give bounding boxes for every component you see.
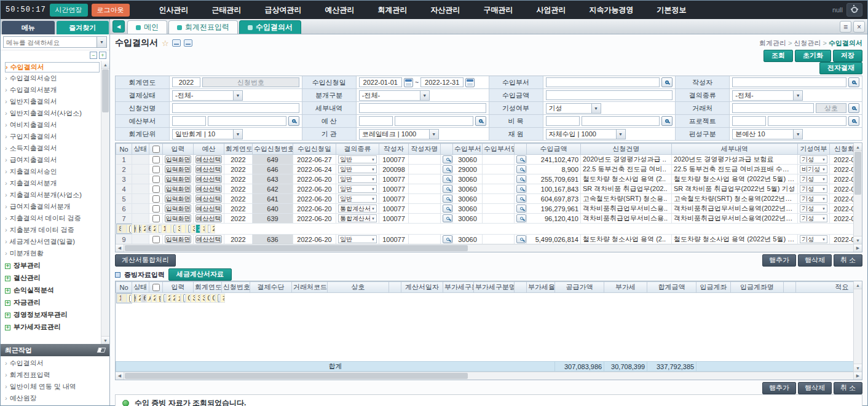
window-menu-button[interactable] — [840, 21, 851, 33]
budget-dept-search-button[interactable] — [288, 116, 299, 126]
input-screen-button[interactable]: 입력화면 — [165, 165, 191, 173]
expense-item-search-button[interactable] — [661, 116, 673, 126]
date-from-input[interactable] — [359, 77, 402, 87]
top-menu-item[interactable]: 근태관리 — [212, 5, 242, 15]
scroll-down-icon[interactable] — [854, 364, 862, 372]
row-checkbox[interactable] — [152, 176, 160, 183]
window-close-button[interactable] — [853, 21, 865, 33]
input-screen-button[interactable]: 입력화면 — [134, 294, 135, 302]
breadcrumb-item[interactable]: 회계관리 — [759, 39, 786, 47]
date-to-input[interactable] — [420, 77, 464, 87]
org-select[interactable]: 코레일테크 | 1000 — [359, 129, 439, 139]
writer-search-button[interactable] — [443, 195, 452, 203]
input-screen-button[interactable]: 입력화면 — [165, 235, 191, 243]
fund-select[interactable]: 자체수입 | 1000 — [546, 129, 626, 139]
scroll-thumb[interactable] — [125, 373, 468, 379]
delete-row-button[interactable]: 행삭제 — [798, 254, 832, 267]
project-name-input[interactable] — [768, 116, 846, 126]
sidebar-menu-item[interactable]: 지출결의서분개 — [5, 178, 100, 189]
input-screen-button[interactable]: 입력화면 — [134, 225, 135, 233]
scroll-down-icon[interactable] — [854, 236, 862, 244]
sidebar-menu-group[interactable]: 결산관리 — [5, 271, 100, 284]
expense-item-code-input[interactable] — [546, 116, 580, 126]
writer-search-button[interactable] — [443, 175, 452, 183]
scroll-right-icon[interactable] — [853, 244, 862, 252]
input-screen-button[interactable]: 입력화면 — [165, 175, 191, 183]
writer-search-button[interactable] — [443, 165, 452, 173]
sidebar-tab-favorites[interactable]: 즐겨찾기 — [57, 21, 109, 34]
sidebar-menu-item[interactable]: 수입결의서분개 — [5, 84, 100, 96]
row-checkbox[interactable] — [152, 195, 160, 203]
sidebar-menu-group[interactable]: 장부관리 — [5, 259, 100, 271]
fiscal-year-input[interactable] — [172, 77, 200, 87]
completion-select[interactable]: 기성 — [800, 205, 827, 213]
completion-select[interactable]: 기성 — [800, 214, 827, 222]
select-all-checkbox[interactable] — [152, 284, 160, 291]
top-menu-item[interactable]: 예산관리 — [325, 5, 355, 15]
sidebar-menu-item[interactable]: 급여지출결의서 — [5, 154, 100, 166]
scroll-down-icon[interactable] — [101, 336, 109, 344]
row-checkbox[interactable] — [152, 166, 160, 173]
row-checkbox[interactable] — [152, 156, 160, 163]
writer-search-button[interactable] — [443, 205, 452, 213]
sidebar-tab-menu[interactable]: 메뉴 — [2, 21, 55, 34]
budget-search-button[interactable] — [475, 116, 486, 126]
decision-type-select[interactable]: 일반 — [338, 185, 377, 193]
sidebar-menu-item[interactable]: 여비지출결의서 — [5, 119, 100, 131]
sidebar-menu-item[interactable]: 지출결의서분개(사업소) — [5, 189, 100, 201]
income-amount-input[interactable] — [546, 90, 673, 100]
completion-select[interactable]: 기성 — [800, 175, 827, 183]
row-checkbox[interactable] — [152, 185, 160, 193]
sidebar-menu-item[interactable]: 일반지출결의서 — [5, 96, 100, 107]
recent-work-item[interactable]: 회계전표입력 — [5, 369, 109, 381]
sidebar-menu-item[interactable]: 지출결의서 데이터 검증 — [5, 213, 100, 224]
recent-work-item[interactable]: 예산원장 — [5, 392, 109, 404]
writer-input[interactable] — [732, 77, 846, 87]
top-menu-item[interactable]: 기본정보 — [657, 5, 687, 15]
dept-search-button[interactable] — [516, 235, 526, 243]
logout-button[interactable]: 로그아웃 — [92, 4, 130, 17]
completion-select[interactable]: 기성 — [800, 195, 827, 203]
sidebar-menu-group[interactable]: 경영정보재무관리 — [5, 308, 100, 321]
electronic-approval-button[interactable]: 전자결재 — [819, 62, 862, 74]
top-menu-item[interactable]: 인사관리 — [159, 5, 189, 15]
top-menu-item[interactable]: 사업관리 — [537, 5, 566, 15]
collapse-all-icon[interactable]: − — [90, 52, 97, 59]
row-checkbox[interactable] — [152, 215, 160, 222]
budget-code-input[interactable] — [359, 116, 393, 126]
sidebar-menu-item[interactable]: 소득지출결의서 — [5, 142, 100, 154]
expand-all-icon[interactable]: + — [99, 52, 106, 59]
request-title-input[interactable] — [172, 103, 299, 113]
income-grid-row[interactable]: 1 입력화면 예산선택 2022 649 2022-06-27 일반 1 — [116, 155, 862, 165]
dept-search-button[interactable] — [516, 214, 526, 222]
income-grid-vscrollbar[interactable] — [853, 143, 862, 244]
income-dept-search-button[interactable] — [661, 77, 673, 87]
scroll-thumb[interactable] — [854, 152, 861, 195]
clear-recent-icon[interactable] — [97, 348, 106, 353]
budget-dept-name-input[interactable] — [208, 116, 286, 126]
decision-type-select[interactable]: 일반 — [338, 165, 377, 173]
budget-select-button[interactable]: 예산선택 — [195, 205, 222, 213]
favorite-star-icon[interactable] — [162, 39, 169, 48]
budget-select-button[interactable]: 예산선택 — [139, 225, 140, 233]
invoice-merge-button[interactable]: 계산서통합처리 — [115, 254, 176, 267]
dept-search-button[interactable] — [516, 205, 526, 213]
writer-search-button[interactable] — [443, 235, 452, 243]
expense-item-name-input[interactable] — [582, 116, 660, 126]
scroll-thumb[interactable] — [102, 69, 109, 112]
sidebar-menu-item[interactable]: 수입결의서승인 — [5, 72, 100, 84]
input-screen-button[interactable]: 입력화면 — [165, 214, 191, 222]
budget-select-button[interactable]: 예산선택 — [195, 185, 222, 193]
input-screen-button[interactable]: 입력화면 — [165, 155, 191, 163]
income-grid-row[interactable]: 4 입력화면 예산선택 2022 642 2022-06-20 일반 1 — [116, 184, 862, 194]
completion-select[interactable]: 기성 — [800, 185, 827, 193]
chevron-down-icon[interactable] — [97, 37, 106, 47]
income-grid-row[interactable]: 8 입력화면 예산선택 2022 638 2022-06-20 통합계산서 — [116, 224, 132, 234]
document-tab[interactable]: 회계전표입력 — [168, 20, 238, 34]
sidebar-menu-item[interactable]: 급여지출결의서분개 — [5, 201, 100, 213]
save-button[interactable]: 저장 — [833, 50, 862, 62]
dept-search-button[interactable] — [516, 175, 526, 183]
sidebar-menu-item[interactable]: 구입지출결의서 — [5, 131, 100, 142]
input-screen-button[interactable]: 입력화면 — [165, 195, 191, 203]
journal-type-select[interactable]: -전체- — [359, 90, 430, 101]
